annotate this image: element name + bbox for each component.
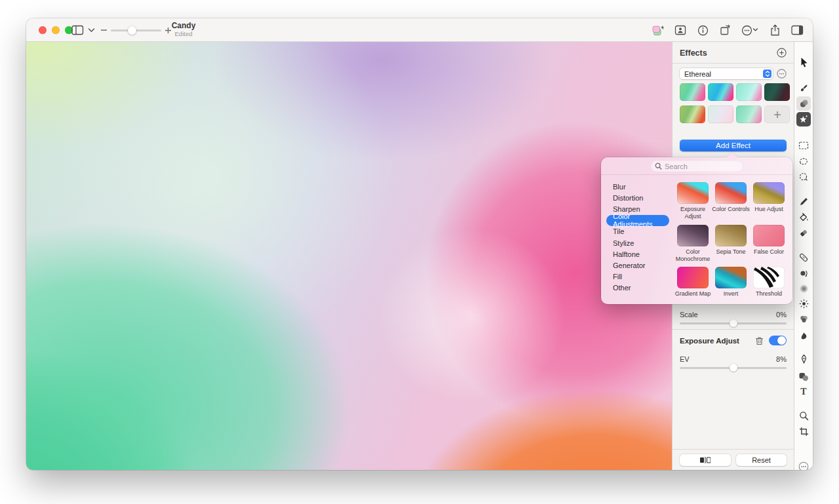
effect-label: Color Controls xyxy=(712,206,750,213)
category-halftone[interactable]: Halftone xyxy=(606,248,646,260)
preset-thumb[interactable] xyxy=(764,83,790,101)
zoom-slider-thumb[interactable] xyxy=(128,26,136,35)
preset-select[interactable]: Ethereal xyxy=(680,68,773,79)
shape-tool-button[interactable] xyxy=(796,369,811,383)
marquee-icon xyxy=(798,141,809,150)
quick-select-icon xyxy=(798,172,809,182)
right-sidebar-toggle-icon[interactable] xyxy=(790,23,804,37)
smart-select-tool-button[interactable] xyxy=(796,169,811,184)
app-window: Candy Edited xyxy=(26,18,813,470)
zoom-out-icon[interactable] xyxy=(100,25,107,35)
toggle-knob xyxy=(777,336,786,345)
minimize-button[interactable] xyxy=(52,26,60,34)
preset-options-icon[interactable] xyxy=(777,69,787,79)
preset-thumb[interactable] xyxy=(708,106,733,123)
scale-slider-thumb[interactable] xyxy=(730,319,737,327)
crop-tool-button[interactable] xyxy=(796,424,811,438)
lasso-icon xyxy=(798,157,809,166)
effect-thumb xyxy=(677,267,709,288)
effect-label: Threshold xyxy=(756,290,782,298)
ev-slider-thumb[interactable] xyxy=(730,364,737,372)
category-blur[interactable]: Blur xyxy=(606,181,633,192)
reset-button[interactable]: Reset xyxy=(736,454,787,466)
category-distortion[interactable]: Distortion xyxy=(606,192,650,203)
info-icon[interactable] xyxy=(695,23,710,37)
category-color-adjustments[interactable]: Color Adjustments xyxy=(606,215,669,226)
effect-color-monochrome[interactable]: Color Monochrome xyxy=(674,225,712,267)
add-preset-collection-icon[interactable] xyxy=(777,48,787,58)
category-fill[interactable]: Fill xyxy=(606,271,629,282)
share-icon[interactable] xyxy=(768,23,782,37)
category-other[interactable]: Other xyxy=(606,282,638,294)
effect-thumb xyxy=(753,225,785,246)
crop-rotate-icon[interactable] xyxy=(718,23,732,37)
color-adjustments-tool-button[interactable] xyxy=(796,96,811,111)
free-select-tool-button[interactable] xyxy=(796,154,811,168)
color-replace-tool-button[interactable] xyxy=(796,312,811,326)
effect-exposure-adjust[interactable]: Exposure Adjust xyxy=(674,182,712,225)
close-button[interactable] xyxy=(39,26,47,34)
star-sparkle-icon xyxy=(798,114,809,125)
effect-label: Invert xyxy=(724,290,739,298)
search-input[interactable] xyxy=(665,163,739,170)
shapes-icon xyxy=(798,372,809,381)
canvas-image[interactable] xyxy=(26,42,672,470)
effect-label: Exposure Adjust xyxy=(674,206,712,221)
effect-sepia-tone[interactable]: Sepia Tone xyxy=(712,225,750,267)
more-actions-icon[interactable] xyxy=(740,23,760,37)
ev-slider[interactable] xyxy=(680,364,787,372)
preset-thumb[interactable] xyxy=(680,106,705,123)
add-preset-button[interactable] xyxy=(764,106,790,123)
effect-label: Sepia Tone xyxy=(716,248,746,256)
arrange-tool-button[interactable] xyxy=(796,55,811,69)
ev-row: EV 8% xyxy=(680,355,787,363)
preset-thumb[interactable] xyxy=(736,83,762,101)
effects-tool-button[interactable] xyxy=(796,112,811,126)
preset-thumb[interactable] xyxy=(736,106,762,123)
erase-tool-button[interactable] xyxy=(796,225,811,240)
trash-icon[interactable] xyxy=(755,336,764,345)
zoom-slider[interactable] xyxy=(111,26,161,35)
scale-row: Scale 0% xyxy=(680,311,787,319)
category-generator[interactable]: Generator xyxy=(606,260,652,271)
soften-tool-button[interactable] xyxy=(796,281,811,296)
category-stylize[interactable]: Stylize xyxy=(606,237,640,248)
sharpen-tool-button[interactable] xyxy=(796,296,811,311)
document-status: Edited xyxy=(157,31,210,38)
portrait-panel-icon[interactable] xyxy=(673,23,688,37)
add-effect-button[interactable]: Add Effect xyxy=(680,140,787,151)
three-circles-icon xyxy=(799,315,809,324)
clone-tool-button[interactable] xyxy=(796,265,811,280)
rect-select-tool-button[interactable] xyxy=(796,138,811,153)
scale-slider[interactable] xyxy=(680,319,787,327)
paint-tool-button[interactable] xyxy=(796,194,811,208)
chevron-down-icon[interactable] xyxy=(87,26,96,34)
exposure-toggle[interactable] xyxy=(769,336,787,345)
effect-false-color[interactable]: False Color xyxy=(750,225,788,267)
effect-thumb xyxy=(677,225,709,246)
zoom-tool-button[interactable] xyxy=(796,408,811,423)
effect-color-controls[interactable]: Color Controls xyxy=(712,182,750,225)
sidebar-toggle-icon[interactable] xyxy=(71,24,84,36)
retouch-tool-button[interactable] xyxy=(796,250,811,265)
compare-button[interactable] xyxy=(680,454,731,466)
effect-threshold[interactable]: Threshold xyxy=(750,267,788,303)
scale-value: 0% xyxy=(776,311,787,319)
style-tool-button[interactable] xyxy=(796,81,811,95)
search-field[interactable] xyxy=(651,161,743,172)
effect-hue-adjust[interactable]: Hue Adjust xyxy=(750,182,788,225)
effect-thumb xyxy=(715,182,747,204)
effect-gradient-map[interactable]: Gradient Map xyxy=(674,267,712,303)
more-tools-button[interactable] xyxy=(796,459,811,470)
fill-tool-button[interactable] xyxy=(796,210,811,224)
effect-label: False Color xyxy=(754,248,784,256)
pen-tool-button[interactable] xyxy=(796,352,811,366)
preset-thumb[interactable] xyxy=(680,83,705,101)
preset-thumb[interactable] xyxy=(708,83,733,101)
type-tool-button[interactable]: T xyxy=(796,385,811,399)
effect-invert[interactable]: Invert xyxy=(712,267,750,303)
smudge-tool-button[interactable] xyxy=(796,328,811,342)
effects-mode-icon[interactable] xyxy=(651,23,665,37)
category-list: Blur Distortion Sharpen Color Adjustment… xyxy=(601,175,669,304)
preset-select-value: Ethereal xyxy=(684,70,711,78)
